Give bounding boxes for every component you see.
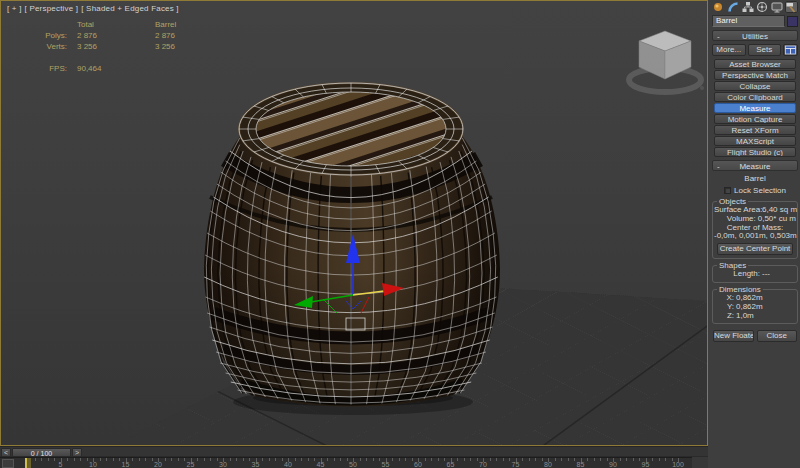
stats-polys-total: 2 876 [77,30,155,41]
ruler-tick [301,458,302,461]
ruler-tick [275,458,276,461]
ruler-tick [236,458,237,461]
object-name-field[interactable]: Barrel [712,15,785,27]
utility-button-maxscript[interactable]: MAXScript [714,136,796,146]
ruler-tick [379,458,380,461]
ruler-tick [373,458,374,461]
stats-verts-object: 3 256 [155,41,215,52]
measure-rollout-header[interactable]: - Measure [712,160,798,171]
ruler-label: 40 [284,462,292,468]
stats-fps-label: FPS: [29,63,77,74]
dimensions-group-title: Dimensions [717,286,763,294]
time-slider-handle[interactable]: 0 / 100 [12,448,71,457]
ruler-tick [535,458,536,461]
ruler-tick [269,458,270,461]
ruler-tick [243,458,244,461]
perspective-viewport[interactable]: [ + ][ Perspective ][ Shaded + Edged Fac… [0,0,708,446]
ruler-tick [587,458,588,461]
ruler-tick [490,458,491,461]
shapes-group-title: Shapes [717,262,748,270]
ruler-tick [132,458,133,461]
stats-col-total: Total [77,19,155,30]
utilities-config-button[interactable] [783,44,798,56]
ruler-tick [464,458,465,461]
stats-col-object: Barrel [155,19,215,30]
utility-button-list: Asset BrowserPerspective MatchCollapseCo… [712,59,798,157]
viewcube[interactable] [629,31,704,92]
lock-selection-label: Lock Selection [734,187,786,195]
ruler-tick [561,458,562,461]
utility-button-collapse[interactable]: Collapse [714,81,796,91]
ruler-tick [80,458,81,461]
utility-button-reset-xform[interactable]: Reset XForm [714,125,796,135]
ruler-tick [106,458,107,461]
ruler-tick [366,458,367,461]
close-button[interactable]: Close [757,330,798,342]
ruler-tick [139,458,140,461]
ruler-tick [249,458,250,461]
viewport-label[interactable]: [ + ][ Perspective ][ Shaded + Edged Fac… [7,4,182,13]
ruler-tick [665,458,666,461]
viewport-menu-pov[interactable]: [ Perspective ] [25,4,79,13]
utility-button-flight-studio-c[interactable]: Flight Studio (c) [714,147,796,157]
ruler-tick [74,458,75,461]
tab-modify[interactable] [727,1,741,13]
ruler-label: 100 [672,462,684,468]
object-color-swatch[interactable] [787,16,798,27]
ruler-label: 35 [252,462,260,468]
ruler-label: 95 [642,462,650,468]
dimensions-group: Dimensions X:0,862m Y:0,862m Z:1,0m [712,289,798,324]
tab-hierarchy[interactable] [741,1,755,13]
ruler-tick [392,458,393,461]
ruler-label: 90 [609,462,617,468]
tab-utilities[interactable] [785,1,799,13]
tab-create[interactable] [712,1,726,13]
utilities-rollout-header[interactable]: - Utilities [712,30,798,41]
ruler-tick [178,458,179,461]
current-frame-marker[interactable] [25,458,31,468]
ruler-tick [457,458,458,461]
lock-selection-row[interactable]: Lock Selection [712,186,798,195]
ruler-tick [399,458,400,461]
ruler-label: 85 [577,462,585,468]
utility-button-perspective-match[interactable]: Perspective Match [714,70,796,80]
mini-curve-editor-icon[interactable] [2,459,14,468]
ruler-label: 60 [414,462,422,468]
viewport-menu-general[interactable]: [ + ] [7,4,22,13]
length-label: Length: [714,270,760,279]
more-button[interactable]: More... [712,44,746,56]
utility-button-color-clipboard[interactable]: Color Clipboard [714,92,796,102]
ruler-label: 30 [219,462,227,468]
viewport-menu-shading[interactable]: [ Shaded + Edged Faces ] [81,4,179,13]
ruler-tick [555,458,556,461]
next-frame-button[interactable]: > [72,448,82,457]
ruler-tick [542,458,543,461]
tab-motion[interactable] [756,1,770,13]
shapes-group: Shapes Length:--- [712,265,798,283]
new-floater-button[interactable]: New Floater [713,330,754,342]
ruler-tick [405,458,406,461]
utility-button-measure[interactable]: Measure [714,103,796,113]
ruler-label: 20 [154,462,162,468]
utilities-rollout-title: Utilities [742,32,768,41]
create-center-point-button[interactable]: Create Center Point [717,243,793,255]
tab-display[interactable] [770,1,784,13]
time-slider-track[interactable]: < 0 / 100 > [0,446,708,457]
ruler-tick [412,458,413,461]
ruler-tick [600,458,601,461]
ruler-label: 25 [187,462,195,468]
sets-button[interactable]: Sets [748,44,782,56]
ruler-tick [171,458,172,461]
stats-polys-object: 2 876 [155,30,215,41]
ruler-tick [334,458,335,461]
utility-button-motion-capture[interactable]: Motion Capture [714,114,796,124]
ruler-tick [633,458,634,461]
utility-button-asset-browser[interactable]: Asset Browser [714,59,796,69]
previous-frame-button[interactable]: < [1,448,11,457]
barrel-model[interactable] [192,31,511,406]
stats-polys-label: Polys: [29,30,77,41]
track-bar[interactable]: 5101520253035404550556065707580859095100 [0,457,692,468]
ruler-tick [509,458,510,461]
objects-group-title: Objects [717,198,748,206]
lock-selection-checkbox[interactable] [724,187,731,194]
